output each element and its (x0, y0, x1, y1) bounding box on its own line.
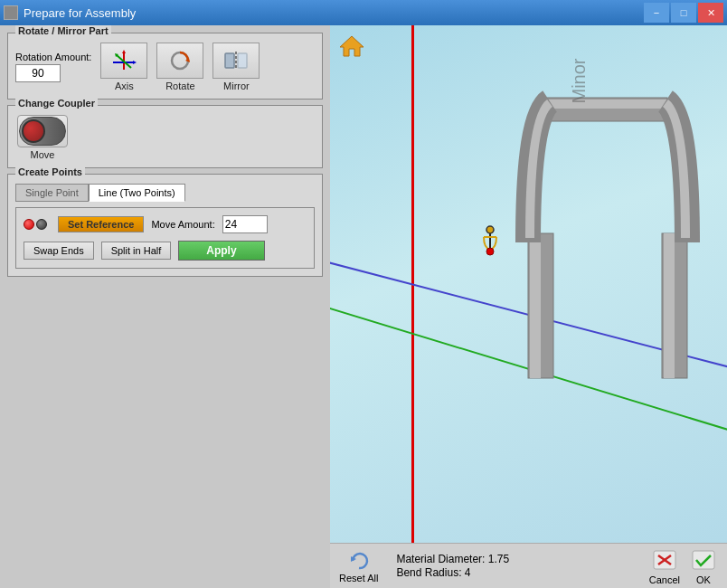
svg-rect-8 (225, 53, 234, 68)
reset-icon (345, 549, 373, 573)
create-points-group: Create Points Single Point Line (Two Poi… (7, 174, 323, 277)
bend-radius: Bend Radius: 4 (396, 566, 639, 579)
ok-label: OK (696, 574, 711, 585)
axis-icon (109, 48, 138, 73)
cancel-button[interactable]: Cancel (649, 547, 680, 585)
move-btn-col: Move (15, 115, 70, 160)
rotate-icon (165, 48, 194, 73)
points-content: Set Reference Move Amount: Swap Ends Spl… (15, 207, 315, 269)
bottom-info: Material Diameter: 1.75 Bend Radius: 4 (387, 552, 639, 580)
title-bar: Prepare for Assembly − □ ✕ (0, 0, 727, 25)
svg-rect-28 (693, 551, 714, 569)
move-label: Move (31, 149, 55, 160)
mirror-icon (222, 48, 250, 73)
change-coupler-title: Change Coupler (15, 98, 98, 109)
create-points-title: Create Points (15, 166, 85, 177)
coupler-knob (22, 119, 45, 143)
reset-label: Reset All (339, 573, 378, 583)
ref-dot-red (24, 219, 34, 230)
restore-button[interactable]: □ (671, 3, 696, 23)
window-title: Prepare for Assembly (24, 6, 136, 20)
ok-icon (689, 547, 718, 573)
rotation-amount-col: Rotation Amount: (15, 52, 91, 82)
anchor-point (477, 224, 504, 263)
svg-point-21 (486, 226, 494, 233)
split-in-half-button[interactable]: Split in Half (101, 242, 172, 260)
rotate-label: Rotate (165, 81, 194, 91)
close-button[interactable]: ✕ (698, 3, 723, 23)
svg-rect-10 (238, 53, 247, 68)
rotation-input[interactable] (15, 64, 61, 82)
anchor-icon (477, 224, 504, 261)
minimize-button[interactable]: − (644, 3, 669, 23)
ref-dot-dark (36, 219, 47, 230)
rotate-row: Rotation Amount: (15, 43, 315, 91)
action-row: Swap Ends Split in Half Apply (24, 241, 307, 261)
title-bar-left: Prepare for Assembly (4, 5, 136, 20)
move-amount-label: Move Amount: (151, 219, 214, 230)
change-coupler-group: Change Coupler Move (7, 105, 323, 168)
rotate-mirror-title: Rotate / Mirror Part (15, 25, 111, 36)
svg-rect-15 (530, 233, 541, 378)
axis-label: Axis (115, 81, 134, 91)
bottom-bar: Reset All Material Diameter: 1.75 Bend R… (330, 543, 727, 588)
move-amount-input[interactable] (222, 215, 268, 233)
main-container: Rotate / Mirror Part Rotation Amount: (0, 25, 727, 588)
svg-rect-17 (664, 233, 675, 378)
rotation-label: Rotation Amount: (15, 52, 91, 62)
axis-btn-col: Axis (100, 43, 147, 91)
mirror-label: Mirror (223, 81, 250, 91)
left-panel: Rotate / Mirror Part Rotation Amount: (0, 25, 330, 588)
pipe-shape-svg (510, 52, 709, 396)
svg-point-23 (486, 248, 494, 255)
tab-single-point[interactable]: Single Point (15, 184, 89, 202)
rotate-button[interactable] (156, 43, 203, 79)
material-diameter: Material Diameter: 1.75 (396, 553, 639, 565)
reset-all-button[interactable]: Reset All (339, 549, 378, 583)
rotate-btn-col: Rotate (156, 43, 203, 91)
apply-button[interactable]: Apply (178, 241, 264, 261)
mirror-btn-col: Mirror (212, 43, 260, 91)
ok-button[interactable]: OK (689, 547, 718, 585)
viewport: Minor Reset All Material Diameter: 1.75 … (330, 25, 727, 588)
mirror-button[interactable] (212, 43, 260, 79)
ref-row: Set Reference Move Amount: (24, 215, 307, 233)
ref-indicator (24, 216, 51, 232)
svg-rect-19 (541, 100, 667, 109)
minor-text: Minor (569, 58, 590, 103)
svg-marker-3 (133, 61, 137, 64)
set-reference-button[interactable]: Set Reference (58, 216, 144, 232)
tabs-row: Single Point Line (Two Points) (15, 184, 315, 202)
title-bar-controls: − □ ✕ (644, 3, 723, 23)
tab-line-two-points[interactable]: Line (Two Points) (89, 184, 185, 202)
coupler-icon (19, 117, 66, 146)
swap-ends-button[interactable]: Swap Ends (24, 242, 94, 260)
cancel-label: Cancel (649, 574, 680, 585)
move-button[interactable] (17, 115, 68, 147)
app-icon (4, 5, 18, 20)
svg-marker-1 (122, 50, 126, 53)
rotate-mirror-group: Rotate / Mirror Part Rotation Amount: (7, 33, 323, 100)
axis-button[interactable] (100, 43, 147, 79)
cancel-icon (650, 547, 679, 573)
